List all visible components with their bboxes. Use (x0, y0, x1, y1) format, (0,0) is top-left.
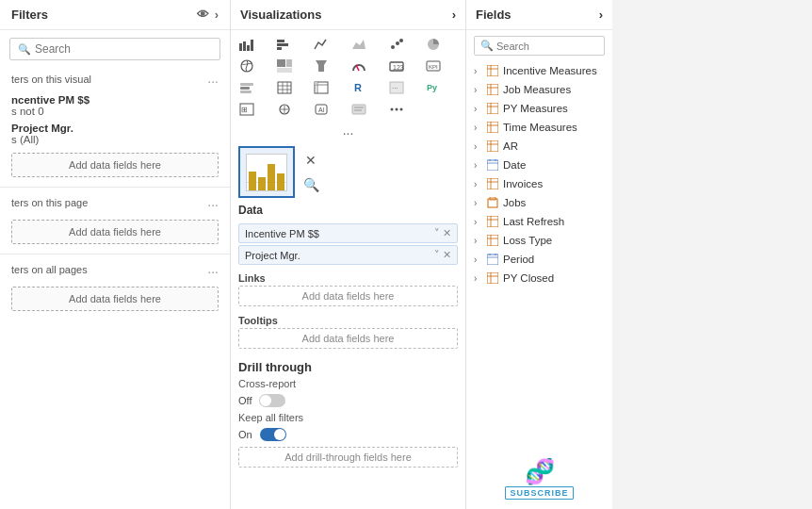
viz-icon-bar[interactable] (236, 34, 257, 55)
eye-icon[interactable]: 👁 (197, 8, 209, 22)
viz-icon-format[interactable]: ⊞ (236, 99, 257, 120)
fields-search-box[interactable]: 🔍 (474, 36, 605, 56)
viz-icon-gauge[interactable] (349, 56, 369, 76)
drill-add-placeholder[interactable]: Add drill-through fields here (238, 447, 458, 468)
viz-icon-line[interactable] (311, 34, 332, 55)
svg-marker-7 (352, 40, 365, 49)
svg-rect-65 (487, 160, 498, 171)
svg-rect-5 (277, 43, 288, 46)
svg-rect-6 (277, 47, 282, 50)
keep-filters-toggle-row: On (231, 425, 465, 444)
table-icon (486, 177, 499, 190)
keep-filters-toggle[interactable] (260, 428, 286, 441)
links-add-placeholder[interactable]: Add data fields here (238, 286, 458, 306)
filters-header: Filters 👁 › (0, 0, 230, 30)
viz-icon-pie[interactable] (423, 34, 444, 55)
drill-through-header: Drill through (231, 354, 465, 376)
field-item-py-closed[interactable]: › PY Closed (466, 269, 612, 287)
field-item-last-refresh[interactable]: › Last Refresh (466, 212, 612, 231)
field-pill-incentive[interactable]: Incentive PM $$ ˅ ✕ (238, 223, 458, 243)
pill-close-icon[interactable]: ✕ (443, 227, 451, 239)
viz-icon-matrix[interactable] (311, 77, 332, 98)
svg-text:123: 123 (393, 64, 404, 71)
expand-icon: › (474, 179, 483, 189)
filters-search-box[interactable]: 🔍 (9, 38, 220, 60)
viz-icon-scatter[interactable] (386, 34, 407, 55)
chevron-right-icon[interactable]: › (215, 8, 219, 22)
thumb-bar3 (268, 164, 275, 190)
field-pill-icons2: ˅ ✕ (434, 249, 451, 261)
viz-cross-icon[interactable]: ✕ (300, 150, 321, 171)
pill-dropdown-icon2[interactable]: ˅ (434, 249, 440, 261)
field-item-date[interactable]: › Date (466, 156, 612, 174)
fields-search-input[interactable] (496, 41, 598, 52)
viz-icon-card[interactable]: 123 (386, 56, 407, 76)
visual-filters-dots[interactable]: ··· (207, 74, 219, 89)
viz-icon-area[interactable] (349, 34, 369, 55)
field-item-period[interactable]: › Period (466, 250, 612, 269)
viz-magnify-icon[interactable]: 🔍 (300, 174, 321, 195)
field-item-loss-type[interactable]: › Loss Type (466, 231, 612, 250)
expand-icon: › (474, 104, 483, 114)
viz-icon-decomp[interactable] (274, 99, 295, 120)
viz-icon-more2[interactable] (386, 99, 407, 120)
add-data-visual-btn[interactable]: Add data fields here (11, 153, 219, 177)
cross-report-toggle[interactable] (259, 394, 285, 407)
page-filters-dots[interactable]: ··· (207, 197, 219, 212)
selected-viz-thumb[interactable] (238, 146, 295, 198)
viz-icon-table[interactable] (274, 77, 295, 98)
field-item-time-measures[interactable]: › Time Measures (466, 118, 612, 137)
divider2 (0, 254, 230, 254)
viz-icon-R[interactable]: R (349, 77, 369, 98)
expand-icon: › (474, 236, 483, 246)
viz-title: Visualizations (240, 8, 321, 22)
svg-rect-24 (278, 82, 291, 93)
viz-icon-treemap[interactable] (274, 56, 295, 76)
filters-search-input[interactable] (35, 42, 212, 56)
svg-rect-4 (277, 40, 284, 42)
viz-icon-more1[interactable]: ··· (386, 77, 407, 98)
viz-chevron-right[interactable]: › (452, 8, 456, 22)
field-item-incentive-measures[interactable]: › Incentive Measures (466, 61, 612, 80)
viz-more-dots[interactable]: ··· (231, 123, 465, 142)
calendar-icon (486, 158, 499, 172)
field-item-ar[interactable]: › AR (466, 137, 612, 156)
all-pages-filters-dots[interactable]: ··· (207, 264, 219, 279)
viz-icons-grid: 123 KPI R ··· Py ⊞ AI (231, 30, 465, 123)
viz-icon-py[interactable]: Py (423, 77, 444, 98)
tooltips-add-placeholder[interactable]: Add data fields here (238, 328, 458, 349)
svg-rect-56 (487, 103, 498, 114)
viz-icon-slicer[interactable] (236, 77, 257, 98)
svg-rect-32 (315, 82, 317, 85)
svg-text:⊞: ⊞ (241, 106, 248, 114)
viz-icon-ai[interactable]: AI (311, 99, 332, 120)
viz-icon-bar2[interactable] (274, 34, 295, 55)
fields-chevron-right[interactable]: › (599, 8, 603, 22)
svg-rect-84 (487, 272, 498, 284)
field-pill-project[interactable]: Project Mgr. ˅ ✕ (238, 245, 458, 265)
viz-icon-funnel[interactable] (311, 56, 332, 76)
cross-report-label: Cross-report (231, 376, 465, 391)
cross-report-toggle-row: Off (231, 391, 465, 410)
field-item-jobs[interactable]: › Jobs (466, 193, 612, 212)
add-data-all-btn[interactable]: Add data fields here (11, 287, 219, 311)
field-item-invoices[interactable]: › Invoices (466, 174, 612, 193)
expand-icon: › (474, 141, 483, 152)
pill-dropdown-icon[interactable]: ˅ (434, 227, 440, 239)
field-item-py-measures[interactable]: › PY Measures (466, 99, 612, 118)
svg-point-8 (391, 45, 395, 49)
viz-icon-map[interactable] (236, 56, 257, 76)
field-pill-icons: ˅ ✕ (434, 227, 451, 239)
add-data-page-btn[interactable]: Add data fields here (11, 220, 219, 244)
pill-close-icon2[interactable]: ✕ (443, 249, 451, 261)
field-item-job-measures[interactable]: › Job Measures (466, 80, 612, 99)
field-section-links: Links Add data fields here (231, 270, 465, 312)
field-section-data: Incentive PM $$ ˅ ✕ Project Mgr. ˅ ✕ (231, 221, 465, 270)
svg-rect-53 (487, 84, 498, 95)
fields-title: Fields (476, 8, 512, 22)
svg-rect-77 (487, 235, 498, 246)
filters-panel: Filters 👁 › 🔍 ters on this visual ··· nc… (0, 0, 231, 509)
table-icon (486, 121, 499, 134)
viz-icon-nar[interactable] (349, 99, 369, 120)
viz-icon-kpi[interactable]: KPI (423, 56, 444, 76)
